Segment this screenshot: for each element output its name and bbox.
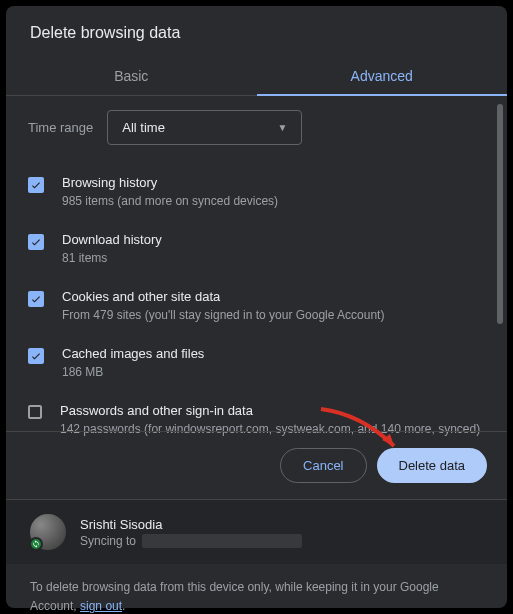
- scrollbar-thumb[interactable]: [497, 104, 503, 324]
- time-range-select[interactable]: All time ▼: [107, 110, 302, 145]
- time-range-label: Time range: [28, 120, 93, 135]
- check-icon: [30, 293, 42, 305]
- redacted-email: [142, 534, 302, 548]
- delete-browsing-data-dialog: Delete browsing data Basic Advanced Time…: [6, 6, 507, 608]
- chevron-down-icon: ▼: [277, 122, 287, 133]
- item-title: Cookies and other site data: [62, 289, 384, 304]
- check-icon: [30, 350, 42, 362]
- user-sync-status: Syncing to: [80, 534, 302, 548]
- scroll-area: Time range All time ▼ Browsing history 9…: [6, 96, 507, 431]
- tab-basic[interactable]: Basic: [6, 56, 257, 95]
- sync-badge-icon: [29, 537, 43, 551]
- item-download-history[interactable]: Download history 81 items: [22, 222, 483, 279]
- time-range-value: All time: [122, 120, 165, 135]
- check-icon: [30, 179, 42, 191]
- tab-advanced[interactable]: Advanced: [257, 56, 508, 95]
- checkbox-cookies[interactable]: [28, 291, 44, 307]
- footer-note: To delete browsing data from this device…: [6, 564, 507, 614]
- cancel-button[interactable]: Cancel: [280, 448, 366, 483]
- item-title: Download history: [62, 232, 162, 247]
- item-title: Cached images and files: [62, 346, 204, 361]
- item-title: Passwords and other sign-in data: [60, 403, 480, 418]
- dialog-title: Delete browsing data: [6, 6, 507, 56]
- sign-out-link[interactable]: sign out: [80, 599, 122, 613]
- checkbox-cached[interactable]: [28, 348, 44, 364]
- checkbox-browsing-history[interactable]: [28, 177, 44, 193]
- item-subtitle: From 479 sites (you'll stay signed in to…: [62, 306, 384, 324]
- item-title: Browsing history: [62, 175, 278, 190]
- delete-data-button[interactable]: Delete data: [377, 448, 488, 483]
- avatar: [30, 514, 66, 550]
- item-browsing-history[interactable]: Browsing history 985 items (and more on …: [22, 165, 483, 222]
- item-cached[interactable]: Cached images and files 186 MB: [22, 336, 483, 393]
- item-subtitle: 186 MB: [62, 363, 204, 381]
- user-name: Srishti Sisodia: [80, 517, 302, 532]
- item-subtitle: 985 items (and more on synced devices): [62, 192, 278, 210]
- profile-section: Srishti Sisodia Syncing to: [6, 499, 507, 564]
- dialog-footer: Cancel Delete data: [6, 431, 507, 499]
- time-range-row: Time range All time ▼: [22, 110, 483, 145]
- item-cookies[interactable]: Cookies and other site data From 479 sit…: [22, 279, 483, 336]
- checkbox-download-history[interactable]: [28, 234, 44, 250]
- note-suffix: .: [122, 599, 125, 613]
- sync-prefix: Syncing to: [80, 534, 136, 548]
- checkbox-passwords[interactable]: [28, 405, 42, 419]
- tab-bar: Basic Advanced: [6, 56, 507, 96]
- check-icon: [30, 236, 42, 248]
- item-subtitle: 81 items: [62, 249, 162, 267]
